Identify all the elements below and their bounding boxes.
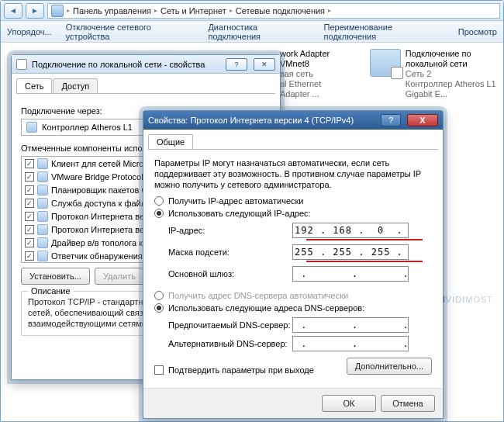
- checkbox-icon[interactable]: ✓: [25, 172, 34, 182]
- nav-back-button[interactable]: ◄: [4, 3, 22, 19]
- subnet-mask-input[interactable]: [292, 244, 409, 260]
- ip-address-input[interactable]: [292, 223, 409, 238]
- component-icon: [37, 224, 48, 235]
- adapter-title: work Adapter VMnet8: [280, 49, 347, 69]
- radio-icon: [154, 303, 164, 313]
- adapter-title: Подключение по локальной сети: [406, 49, 497, 69]
- help-button[interactable]: ?: [381, 114, 401, 126]
- checkbox-icon[interactable]: ✓: [25, 225, 34, 234]
- adapter-item[interactable]: work Adapter VMnet8 вая сеть al Ethernet…: [280, 49, 347, 99]
- component-icon: [37, 185, 48, 195]
- dialog-titlebar[interactable]: Свойства: Протокол Интернета версии 4 (T…: [143, 111, 443, 130]
- tab-access[interactable]: Доступ: [53, 78, 98, 93]
- highlight-underline: [306, 261, 423, 262]
- preferred-dns-input[interactable]: [292, 317, 409, 333]
- radio-icon: [154, 291, 164, 300]
- preferred-dns-label: Предпочитаемый DNS-сервер:: [168, 320, 292, 330]
- info-paragraph: Параметры IP могут назначаться автоматич…: [154, 157, 432, 190]
- cancel-button[interactable]: Отмена: [381, 395, 435, 412]
- toolbar-rename[interactable]: Переименование подключения: [324, 22, 444, 41]
- chevron-right-icon: ▸: [154, 7, 157, 14]
- network-adapter-icon: [370, 49, 401, 77]
- close-button[interactable]: ✕: [254, 58, 275, 71]
- adapter-sub: Контроллер Atheros L1 Gigabit E...: [406, 79, 497, 99]
- component-icon: [37, 158, 48, 169]
- adapter-name: Контроллер Atheros L1: [42, 123, 133, 132]
- network-adapter-icon: [26, 122, 37, 133]
- chevron-right-icon: ▸: [230, 7, 233, 14]
- toolbar-organize[interactable]: Упорядоч...: [7, 27, 52, 36]
- tabs: Общие: [148, 134, 438, 150]
- breadcrumb[interactable]: ▸ Панель управления ▸ Сеть и Интернет ▸ …: [47, 3, 500, 19]
- checkbox-icon: [154, 365, 164, 375]
- toolbar-diagnose[interactable]: Диагностика подключения: [208, 22, 309, 41]
- group-title: Описание: [28, 286, 74, 296]
- close-button[interactable]: X: [407, 114, 438, 126]
- ok-button[interactable]: ОК: [322, 395, 376, 412]
- chevron-right-icon: ▸: [67, 7, 70, 14]
- nav-forward-button[interactable]: ►: [26, 3, 44, 19]
- radio-auto-ip[interactable]: Получить IP-адрес автоматически: [154, 196, 432, 206]
- gateway-label: Основной шлюз:: [168, 269, 292, 278]
- network-icon: [51, 5, 64, 17]
- toolbar-view[interactable]: Просмотр: [458, 27, 497, 36]
- advanced-button[interactable]: Дополнительно...: [347, 358, 432, 375]
- dialog-titlebar[interactable]: Подключение по локальной сети - свойства…: [12, 55, 280, 74]
- tab-network[interactable]: Сеть: [16, 78, 52, 93]
- confirm-on-exit-checkbox[interactable]: Подтвердить параметры при выходе: [154, 365, 314, 375]
- checkbox-icon[interactable]: ✓: [25, 251, 34, 261]
- component-icon: [37, 171, 48, 182]
- alternate-dns-input[interactable]: [292, 336, 409, 351]
- radio-icon: [154, 196, 164, 206]
- subnet-mask-label: Маска подсети:: [168, 247, 292, 257]
- radio-manual-ip[interactable]: Использовать следующий IP-адрес:: [154, 209, 432, 218]
- adapter-sub: Сеть 2: [406, 69, 497, 79]
- toolbar-disable[interactable]: Отключение сетевого устройства: [66, 22, 195, 41]
- radio-auto-dns: Получить адрес DNS-сервера автоматически: [154, 291, 432, 300]
- explorer-toolbar: Упорядоч... Отключение сетевого устройст…: [1, 21, 503, 43]
- crumb[interactable]: Сетевые подключения: [236, 6, 325, 16]
- chevron-right-icon: ▸: [328, 7, 331, 14]
- checkbox-icon[interactable]: ✓: [25, 199, 34, 208]
- dialog-title: Свойства: Протокол Интернета версии 4 (T…: [148, 116, 354, 125]
- component-icon: [37, 198, 48, 209]
- radio-manual-dns[interactable]: Использовать следующие адреса DNS-сервер…: [154, 303, 432, 313]
- component-icon: [37, 237, 48, 248]
- window-icon: [16, 59, 27, 70]
- explorer-addressbar: ◄ ► ▸ Панель управления ▸ Сеть и Интерне…: [1, 1, 503, 21]
- gateway-input[interactable]: [292, 266, 409, 282]
- highlight-underline: [306, 239, 423, 240]
- install-button[interactable]: Установить...: [21, 268, 90, 285]
- dialog-title: Подключение по локальной сети - свойства: [32, 60, 205, 69]
- checkbox-icon[interactable]: ✓: [25, 212, 34, 221]
- checkbox-icon[interactable]: ✓: [25, 159, 34, 168]
- tab-general[interactable]: Общие: [148, 134, 193, 149]
- adapter-sub: al Ethernet Adapter ...: [280, 79, 347, 99]
- component-icon: [37, 211, 48, 222]
- adapter-item[interactable]: Подключение по локальной сети Сеть 2 Кон…: [370, 49, 497, 99]
- checkbox-icon[interactable]: ✓: [25, 185, 34, 195]
- uninstall-button: Удалить: [95, 268, 144, 285]
- checkbox-icon[interactable]: ✓: [25, 238, 34, 247]
- ip-address-label: IP-адрес:: [168, 226, 292, 235]
- tcpip-properties-dialog: Свойства: Протокол Интернета версии 4 (T…: [143, 110, 444, 419]
- crumb[interactable]: Сеть и Интернет: [161, 6, 226, 16]
- help-button[interactable]: ?: [226, 58, 247, 71]
- crumb[interactable]: Панель управления: [73, 6, 151, 16]
- component-icon: [37, 251, 48, 261]
- tabs: Сеть Доступ: [16, 78, 275, 94]
- alternate-dns-label: Альтернативный DNS-сервер:: [168, 339, 292, 348]
- radio-icon: [154, 209, 164, 218]
- adapter-sub: вая сеть: [280, 69, 347, 79]
